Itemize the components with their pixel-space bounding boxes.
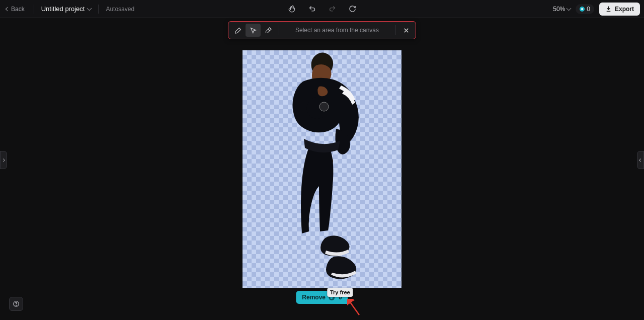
select-tool-button[interactable] (246, 24, 261, 37)
credits-count: 0 (587, 6, 590, 13)
subject-cutout (243, 50, 401, 288)
chevron-left-icon (639, 158, 642, 162)
canvas[interactable] (243, 50, 401, 288)
pan-tool-button[interactable] (286, 4, 297, 15)
zoom-dropdown[interactable]: 50% (553, 6, 571, 13)
redo-button[interactable] (327, 4, 338, 15)
right-panel-toggle[interactable] (637, 151, 644, 169)
chevron-right-icon (2, 158, 5, 162)
left-panel-toggle[interactable] (0, 151, 7, 169)
project-name: Untitled project (41, 5, 85, 13)
brush-tool-button[interactable] (230, 24, 246, 37)
try-free-label: Try free (330, 289, 350, 295)
autosave-status: Autosaved (106, 6, 134, 13)
chevron-left-icon (6, 7, 10, 11)
back-button[interactable]: Back (4, 5, 27, 14)
credits-badge[interactable]: 0 (576, 4, 594, 14)
zoom-value: 50% (553, 6, 565, 13)
help-button[interactable] (9, 297, 23, 311)
try-free-badge[interactable]: Try free (327, 288, 353, 297)
top-bar: Back Untitled project Autosaved 50% (0, 0, 644, 18)
credit-icon (580, 7, 585, 12)
divider (34, 5, 34, 14)
export-button[interactable]: Export (599, 3, 640, 16)
selection-toolbar: Select an area from the canvas (228, 21, 416, 39)
divider (279, 25, 279, 35)
svg-point-3 (16, 305, 17, 305)
svg-point-0 (319, 102, 329, 111)
divider (395, 25, 395, 35)
export-label: Export (615, 6, 634, 13)
reset-button[interactable] (347, 4, 358, 15)
divider (98, 5, 99, 14)
remove-button-wrap: Remove 0 Try free (296, 291, 348, 304)
remove-label: Remove (302, 294, 326, 301)
project-name-dropdown[interactable]: Untitled project (41, 5, 92, 13)
erase-tool-button[interactable] (261, 24, 276, 37)
svg-line-1 (349, 301, 359, 315)
transparent-background (243, 50, 401, 288)
back-label: Back (11, 6, 25, 13)
chevron-down-icon (87, 6, 92, 11)
annotation-arrow-icon (347, 299, 362, 319)
undo-button[interactable] (306, 4, 317, 15)
chevron-down-icon (567, 6, 572, 11)
close-toolbar-button[interactable] (398, 24, 414, 37)
toolbar-hint: Select an area from the canvas (282, 27, 392, 34)
